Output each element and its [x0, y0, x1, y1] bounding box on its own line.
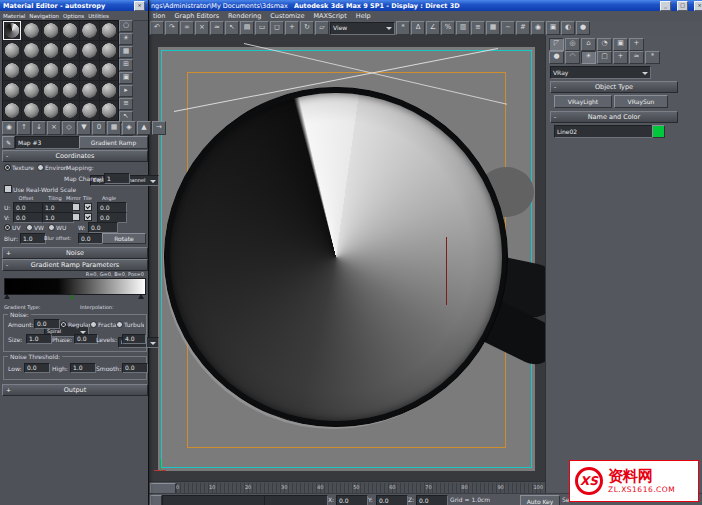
material-sample-slot-active[interactable] — [3, 21, 21, 40]
menu-item-rendering[interactable]: Rendering — [228, 12, 261, 20]
category-helpers[interactable]: + — [613, 51, 628, 64]
phase-spinner[interactable]: 0.0 — [74, 334, 98, 344]
material-sample-slot[interactable] — [22, 101, 40, 120]
snap-toggle-icon[interactable]: ∆ — [411, 21, 425, 35]
angle-snap-icon[interactable]: ∠ — [426, 21, 440, 35]
material-sample-slot[interactable] — [3, 81, 21, 100]
material-sample-slot[interactable] — [22, 41, 40, 60]
coordinates-rollout[interactable]: - Coordinates — [2, 150, 148, 162]
category-lights[interactable]: ☀ — [581, 51, 596, 64]
tab-utilities[interactable]: + — [629, 38, 644, 51]
curve-editor-icon[interactable]: ~ — [501, 21, 515, 35]
put-material-icon[interactable]: ↑ — [17, 121, 31, 135]
bind-spacewarp-icon[interactable]: ≈ — [210, 21, 224, 35]
align-icon[interactable]: ≡ — [471, 21, 485, 35]
select-manipulate-icon[interactable]: * — [396, 21, 410, 35]
assign-material-icon[interactable]: ↓ — [32, 121, 46, 135]
x-coordinate-field[interactable]: 0.0 — [336, 495, 368, 505]
menu-item-truncated[interactable]: tion — [153, 12, 165, 20]
turbulence-radio[interactable]: Turbulence — [116, 321, 144, 328]
material-type-button[interactable]: Gradient Ramp — [79, 136, 148, 149]
material-sample-slot[interactable] — [100, 101, 118, 120]
category-geometry[interactable]: ● — [549, 51, 564, 64]
output-rollout[interactable]: + Output — [2, 384, 148, 396]
category-spacewarps[interactable]: ≈ — [629, 51, 644, 64]
maximize-button[interactable]: □ — [677, 1, 688, 11]
main-title-bar[interactable]: ngs\Administrator\My Documents\3dsmax Au… — [148, 0, 702, 11]
v-mirror-checkbox[interactable] — [72, 213, 80, 221]
material-sample-slot[interactable] — [100, 81, 118, 100]
vraysun-button[interactable]: VRaySun — [614, 95, 668, 108]
z-coordinate-field[interactable]: 0.0 — [416, 495, 448, 505]
material-sample-slot[interactable] — [61, 61, 79, 80]
gradient-flag[interactable] — [138, 294, 144, 299]
get-material-icon[interactable]: ◉ — [2, 121, 16, 135]
object-color-swatch[interactable] — [652, 125, 665, 138]
sample-tiling-icon[interactable]: ⊞ — [119, 59, 133, 71]
material-sample-slot[interactable] — [100, 61, 118, 80]
environ-radio[interactable]: Environ — [37, 164, 68, 171]
material-sample-slot[interactable] — [42, 61, 60, 80]
mirror-icon[interactable]: ▥ — [456, 21, 470, 35]
render-setup-icon[interactable]: ▣ — [546, 21, 560, 35]
material-sample-slot[interactable] — [61, 21, 79, 40]
quick-render-icon[interactable]: ● — [576, 21, 590, 35]
redo-icon[interactable]: ↷ — [165, 21, 179, 35]
uv-radio[interactable]: UV — [4, 224, 21, 231]
cylinder-object[interactable] — [164, 87, 508, 427]
size-spinner[interactable]: 1.0 — [26, 334, 52, 344]
material-sample-slot[interactable] — [100, 21, 118, 40]
material-sample-slot[interactable] — [22, 21, 40, 40]
show-map-viewport-icon[interactable]: ▦ — [107, 121, 121, 135]
select-move-icon[interactable]: + — [285, 21, 299, 35]
category-systems[interactable]: * — [645, 51, 660, 64]
put-to-library-icon[interactable]: ▼ — [77, 121, 91, 135]
make-unique-icon[interactable]: ◇ — [62, 121, 76, 135]
regular-radio[interactable]: Regular — [60, 321, 91, 328]
menu-item-maxscript[interactable]: MAXScript — [313, 12, 346, 20]
close-button[interactable]: × — [694, 1, 702, 11]
reference-coordsys-dropdown[interactable]: View — [330, 22, 395, 35]
percent-snap-icon[interactable]: % — [441, 21, 455, 35]
schematic-view-icon[interactable]: # — [516, 21, 530, 35]
tab-hierarchy[interactable]: ⌂ — [581, 38, 596, 51]
go-to-parent-icon[interactable]: ▲ — [137, 121, 151, 135]
menu-item-graph-editors[interactable]: Graph Editors — [174, 12, 219, 20]
category-shapes[interactable]: ◠ — [565, 51, 580, 64]
material-sample-slot[interactable] — [42, 101, 60, 120]
material-sample-slot[interactable] — [22, 61, 40, 80]
gradient-ramp-rollout[interactable]: - Gradient Ramp Parameters — [2, 259, 148, 271]
texture-radio[interactable]: Texture — [4, 164, 34, 171]
vw-radio[interactable]: VW — [26, 224, 44, 231]
select-object-icon[interactable]: ↖ — [225, 21, 239, 35]
go-to-sibling-icon[interactable]: → — [152, 121, 166, 135]
options-icon[interactable]: ≡ — [119, 98, 133, 110]
material-sample-slot[interactable] — [61, 41, 79, 60]
viewport[interactable] — [148, 35, 545, 481]
menu-item-help[interactable]: Help — [356, 12, 371, 20]
unlink-icon[interactable]: × — [195, 21, 209, 35]
select-by-name-icon[interactable]: ▤ — [240, 21, 254, 35]
material-sample-slot[interactable] — [100, 41, 118, 60]
background-icon[interactable]: ▦ — [119, 46, 133, 58]
material-sample-slot[interactable] — [42, 41, 60, 60]
backlight-icon[interactable]: ☀ — [119, 33, 133, 45]
v-tile-checkbox[interactable] — [84, 213, 92, 221]
undo-icon[interactable]: ↶ — [150, 21, 164, 35]
amount-spinner[interactable]: 0.0 — [34, 319, 60, 329]
sample-type-icon[interactable]: ○ — [119, 20, 133, 32]
material-sample-slot[interactable] — [3, 101, 21, 120]
material-sample-slot[interactable] — [42, 21, 60, 40]
u-tile-checkbox[interactable] — [84, 203, 92, 211]
material-sample-slot[interactable] — [80, 21, 98, 40]
minimize-button[interactable]: _ — [660, 1, 671, 11]
gradient-flag[interactable] — [4, 294, 10, 299]
menu-item-customize[interactable]: Customize — [270, 12, 304, 20]
gradient-ramp-bar[interactable] — [4, 278, 146, 295]
material-sample-slot[interactable] — [61, 81, 79, 100]
show-end-result-icon[interactable]: ◈ — [122, 121, 136, 135]
blur-offset-spinner[interactable]: 0.0 — [78, 233, 104, 244]
video-color-check-icon[interactable]: ▣ — [119, 72, 133, 84]
tab-modify[interactable]: ◎ — [565, 38, 580, 51]
material-sample-slot[interactable] — [80, 61, 98, 80]
